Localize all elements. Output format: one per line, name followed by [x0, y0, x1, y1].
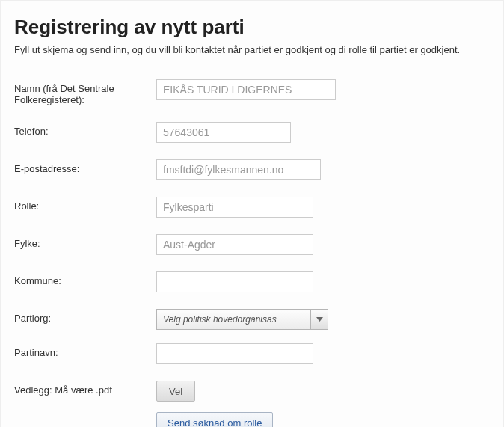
email-input[interactable]: [156, 159, 321, 180]
partyorg-label: Partiorg:: [14, 309, 156, 324]
email-label: E-postadresse:: [14, 159, 156, 174]
partyorg-selected-text: Velg politisk hovedorganisas: [157, 314, 310, 325]
county-input[interactable]: [156, 234, 313, 255]
partyname-label: Partinavn:: [14, 343, 156, 358]
municipality-label: Kommune:: [14, 271, 156, 286]
municipality-input[interactable]: [156, 271, 313, 292]
chevron-down-icon: [310, 310, 328, 329]
name-input[interactable]: [156, 79, 336, 100]
name-label: Namn (frå Det Sentrale Folkeregisteret):: [14, 79, 156, 105]
page-intro: Fyll ut skjema og send inn, og du vill b…: [14, 43, 490, 57]
row-role: Rolle:: [14, 197, 490, 218]
row-submit: Send søknad om rolle: [14, 412, 490, 427]
phone-label: Telefon:: [14, 122, 156, 137]
form-page: Registrering av nytt parti Fyll ut skjem…: [0, 0, 504, 427]
page-title: Registrering av nytt parti: [14, 16, 490, 39]
row-partyorg: Partiorg: Velg politisk hovedorganisas: [14, 309, 490, 330]
partyorg-select[interactable]: Velg politisk hovedorganisas: [156, 309, 328, 330]
row-email: E-postadresse:: [14, 159, 490, 180]
svg-marker-0: [316, 317, 323, 322]
row-attachment: Vedlegg: Må være .pdf Vel: [14, 381, 490, 402]
row-county: Fylke:: [14, 234, 490, 255]
county-label: Fylke:: [14, 234, 156, 249]
row-municipality: Kommune:: [14, 271, 490, 292]
role-input[interactable]: [156, 197, 313, 218]
role-label: Rolle:: [14, 197, 156, 212]
row-partyname: Partinavn:: [14, 343, 490, 364]
submit-button[interactable]: Send søknad om rolle: [156, 412, 273, 427]
row-phone: Telefon:: [14, 122, 490, 143]
attachment-label: Vedlegg: Må være .pdf: [14, 381, 156, 396]
partyname-input[interactable]: [156, 343, 313, 364]
row-name: Namn (frå Det Sentrale Folkeregisteret):: [14, 79, 490, 105]
phone-input[interactable]: [156, 122, 291, 143]
choose-file-button[interactable]: Vel: [156, 381, 195, 402]
